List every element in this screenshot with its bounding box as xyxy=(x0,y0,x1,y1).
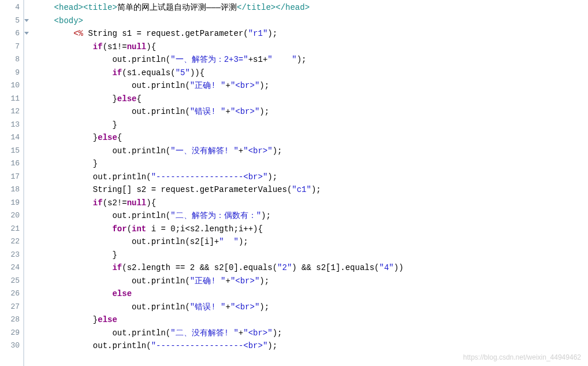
code-line[interactable]: if(s2!=null){ xyxy=(35,197,588,210)
code-line[interactable]: out.println(s2[i]+" "); xyxy=(35,235,588,249)
line-number: 9 xyxy=(0,66,23,80)
code-line[interactable]: out.println("正确! "+"<br>"); xyxy=(35,79,588,93)
line-number-gutter: 4567891011121314151617181920212223242526… xyxy=(0,0,24,366)
line-number: 16 xyxy=(0,157,23,171)
code-line[interactable]: }else{ xyxy=(35,131,588,145)
code-editor-area[interactable]: <head><title>简单的网上试题自动评测———评测</title></h… xyxy=(24,0,588,366)
code-line[interactable]: }else{ xyxy=(35,93,588,106)
code-line[interactable]: out.println("一、没有解答! "+"<br>"); xyxy=(35,145,588,158)
code-line[interactable]: <head><title>简单的网上试题自动评测———评测</title></h… xyxy=(35,1,588,14)
line-number: 5 xyxy=(0,14,23,28)
line-number: 4 xyxy=(0,1,23,14)
code-line[interactable]: if(s1.equals("5")){ xyxy=(35,66,588,80)
line-number: 21 xyxy=(0,223,23,236)
code-line[interactable]: <% String s1 = request.getParameter("r1"… xyxy=(35,27,588,40)
code-line[interactable]: <body> xyxy=(35,14,588,28)
code-line[interactable]: for(int i = 0;i<s2.length;i++){ xyxy=(35,223,588,236)
code-line[interactable]: else xyxy=(35,287,588,301)
line-number: 19 xyxy=(0,197,23,210)
code-line[interactable]: out.println("一、解答为：2+3="+s1+" "); xyxy=(35,53,588,66)
code-line[interactable]: out.println("二、解答为：偶数有："); xyxy=(35,209,588,223)
line-number: 18 xyxy=(0,183,23,197)
line-number: 6 xyxy=(0,27,23,40)
code-line[interactable]: out.println("------------------<br>"); xyxy=(35,339,588,353)
code-line[interactable]: out.println("错误! "+"<br>"); xyxy=(35,301,588,314)
line-number: 29 xyxy=(0,327,23,340)
line-number: 10 xyxy=(0,79,23,93)
line-number: 13 xyxy=(0,119,23,132)
line-number: 30 xyxy=(0,339,23,353)
line-number: 27 xyxy=(0,301,23,314)
code-line[interactable]: } xyxy=(35,157,588,171)
line-number: 14 xyxy=(0,131,23,145)
code-line[interactable]: } xyxy=(35,119,588,132)
line-number: 15 xyxy=(0,145,23,158)
line-number: 20 xyxy=(0,209,23,223)
code-line[interactable]: String[] s2 = request.getParameterValues… xyxy=(35,183,588,197)
line-number: 23 xyxy=(0,249,23,262)
line-number: 25 xyxy=(0,275,23,288)
code-line[interactable]: out.println("错误! "+"<br>"); xyxy=(35,105,588,119)
code-line[interactable]: out.println("------------------<br>"); xyxy=(35,171,588,184)
code-line[interactable]: if(s1!=null){ xyxy=(35,40,588,54)
line-number: 11 xyxy=(0,93,23,106)
code-line[interactable]: }else xyxy=(35,313,588,327)
line-number: 12 xyxy=(0,105,23,119)
line-number: 26 xyxy=(0,287,23,301)
code-line[interactable]: out.println("正确! "+"<br>"); xyxy=(35,275,588,288)
line-number: 24 xyxy=(0,261,23,275)
line-number: 8 xyxy=(0,53,23,66)
code-line[interactable]: if(s2.length == 2 && s2[0].equals("2") &… xyxy=(35,261,588,275)
code-line[interactable]: out.println("二、没有解答! "+"<br>"); xyxy=(35,327,588,340)
line-number: 22 xyxy=(0,235,23,249)
code-line[interactable]: } xyxy=(35,249,588,262)
line-number: 7 xyxy=(0,40,23,54)
line-number: 17 xyxy=(0,171,23,184)
line-number: 28 xyxy=(0,313,23,327)
